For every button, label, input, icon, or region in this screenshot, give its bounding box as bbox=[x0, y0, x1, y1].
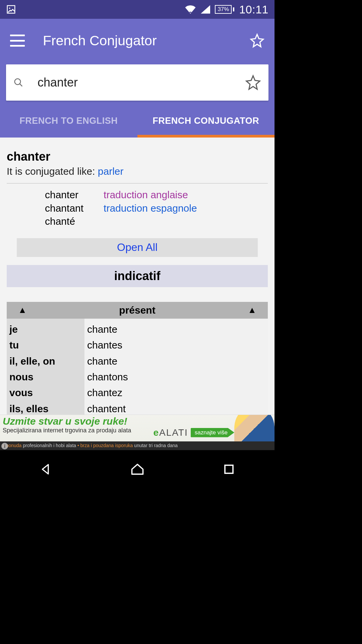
pronoun: tu bbox=[9, 337, 84, 353]
mood-header[interactable]: indicatif bbox=[7, 265, 268, 287]
gallery-icon bbox=[6, 4, 16, 14]
pronoun: nous bbox=[9, 369, 84, 385]
conjugation: chante bbox=[87, 353, 268, 369]
status-bar: 37% 10:11 bbox=[0, 0, 275, 19]
tabs: FRENCH TO ENGLISH FRENCH CONJUGATOR bbox=[0, 104, 275, 138]
tab-french-conjugator[interactable]: FRENCH CONJUGATOR bbox=[137, 104, 275, 138]
home-button[interactable] bbox=[130, 462, 145, 477]
svg-rect-4 bbox=[225, 465, 233, 473]
conjugated-like: It is conjugated like: parler bbox=[7, 166, 268, 177]
conjugation: chantent bbox=[87, 401, 268, 415]
battery-percent: 37% bbox=[218, 6, 229, 13]
collapse-left-icon: ▲ bbox=[18, 305, 27, 315]
tab-french-to-english[interactable]: FRENCH TO ENGLISH bbox=[0, 104, 137, 138]
ad-person-image bbox=[234, 415, 275, 441]
android-nav-bar bbox=[0, 450, 275, 488]
app-title: French Conjugator bbox=[43, 33, 250, 49]
search-input[interactable] bbox=[38, 75, 245, 90]
pronoun: ils, elles bbox=[9, 401, 84, 415]
pronoun: il, elle, on bbox=[9, 353, 84, 369]
conjugated-like-link[interactable]: parler bbox=[98, 166, 124, 177]
back-button[interactable] bbox=[38, 462, 54, 477]
wifi-icon bbox=[185, 5, 196, 14]
form-present-participle: chantant bbox=[45, 202, 83, 215]
conjugation: chante bbox=[87, 321, 268, 337]
ad-subtitle: Specijalizirana internet trgovina za pro… bbox=[3, 427, 150, 434]
search-box[interactable] bbox=[6, 64, 268, 101]
translation-spanish-link[interactable]: traduction espagnole bbox=[104, 202, 197, 215]
app-bar: French Conjugator bbox=[0, 19, 275, 62]
pronoun: vous bbox=[9, 385, 84, 400]
open-all-button[interactable]: Open All bbox=[17, 238, 258, 257]
content-area[interactable]: chanter It is conjugated like: parler ch… bbox=[0, 138, 275, 415]
verb-forms: chanter chantant chanté bbox=[45, 188, 83, 228]
pronoun: je bbox=[9, 321, 84, 337]
ad-banner[interactable]: Uzmite stvar u svoje ruke! Specijalizira… bbox=[0, 415, 275, 450]
clock: 10:11 bbox=[239, 3, 268, 16]
search-icon bbox=[13, 77, 23, 88]
conjugation-table: je tu il, elle, on nous vous ils, elles … bbox=[7, 319, 268, 415]
ad-cta-button[interactable]: saznajte više bbox=[191, 428, 234, 437]
form-infinitive: chanter bbox=[45, 188, 83, 202]
ad-info-icon[interactable]: i bbox=[1, 443, 8, 449]
collapse-right-icon: ▲ bbox=[248, 305, 256, 315]
signal-icon bbox=[201, 5, 210, 14]
conjugation: chantez bbox=[87, 385, 268, 400]
verb-title: chanter bbox=[7, 143, 268, 164]
form-past-participle: chanté bbox=[45, 215, 83, 228]
ad-strip: a ponuda profesionalnih i hobi alata • b… bbox=[0, 441, 275, 450]
battery-indicator: 37% bbox=[215, 5, 234, 14]
translation-english-link[interactable]: traduction anglaise bbox=[104, 188, 197, 202]
ad-title: Uzmite stvar u svoje ruke! bbox=[3, 416, 150, 426]
svg-point-1 bbox=[9, 7, 10, 9]
conjugation: chantons bbox=[87, 369, 268, 385]
favorite-toggle-icon[interactable] bbox=[245, 74, 261, 91]
menu-icon[interactable] bbox=[10, 35, 25, 47]
favorites-icon[interactable] bbox=[250, 33, 264, 48]
conjugation: chantes bbox=[87, 337, 268, 353]
svg-line-3 bbox=[20, 84, 22, 87]
divider bbox=[7, 183, 268, 183]
tense-header[interactable]: ▲ présent ▲ bbox=[7, 302, 268, 319]
recents-button[interactable] bbox=[221, 462, 237, 477]
tense-label: présent bbox=[119, 305, 155, 316]
svg-point-2 bbox=[15, 79, 21, 85]
